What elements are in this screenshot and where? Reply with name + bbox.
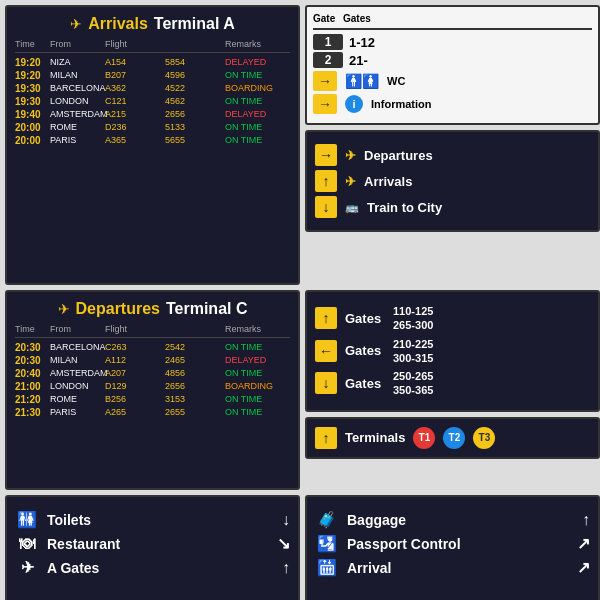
gate-num-1: 1 (313, 34, 343, 50)
baggage-arrow: ↑ (582, 511, 590, 529)
dep-col-flight: Flight (105, 324, 165, 334)
dir-departures: → ✈ Departures (315, 144, 590, 166)
gates-row-2: ← Gates 210-225300-315 (315, 337, 590, 366)
info-icon: i (345, 95, 363, 113)
table-row: 20:30 MILAN A112 2465 DELAYED (15, 354, 290, 367)
dir-train: ↓ 🚌 Train to City (315, 196, 590, 218)
col-flight2 (165, 39, 225, 49)
arrival-arrow: ↗ (577, 558, 590, 577)
row-remarks: BOARDING (225, 83, 290, 94)
row-flight: A112 (105, 355, 165, 366)
arrivals-plane-icon: ✈ (70, 16, 82, 32)
row-time: 21:20 (15, 394, 50, 405)
gates-label-1: Gates (345, 311, 385, 326)
row-from: PARIS (50, 135, 105, 146)
sign-arrival: 🛗 Arrival ↗ (315, 558, 590, 577)
arrivals-columns: Time From Flight Remarks (15, 39, 290, 53)
row-from: PARIS (50, 407, 105, 418)
row-remarks: ON TIME (225, 70, 290, 81)
dir-arrow-dep: → (315, 144, 337, 166)
departures-title: Departures (76, 300, 160, 318)
row-remarks: ON TIME (225, 135, 290, 146)
baggage-icon: 🧳 (315, 510, 339, 529)
row-flight2: 5655 (165, 135, 225, 146)
bottom-left-panel: 🚻 Toilets ↓ 🍽 Restaurant ↘ ✈ A Gates ↑ (5, 495, 300, 600)
dep-col-time: Time (15, 324, 50, 334)
info-label: Information (371, 98, 432, 110)
restaurant-icon: 🍽 (15, 535, 39, 553)
gates-arrow-2: ← (315, 340, 337, 362)
row-time: 20:00 (15, 122, 50, 133)
row-remarks: ON TIME (225, 407, 290, 418)
gate-panel: Gate Gates 1 1-12 2 21- → 🚹🚺 WC → i Info… (305, 5, 600, 125)
row-flight2: 4596 (165, 70, 225, 81)
gates-label-2: Gates (345, 343, 385, 358)
dep-col-remarks: Remarks (225, 324, 290, 334)
table-row: 20:40 AMSTERDAM A207 4856 ON TIME (15, 367, 290, 380)
row-from: MILAN (50, 355, 105, 366)
row-remarks: BOARDING (225, 381, 290, 392)
col-remarks: Remarks (225, 39, 290, 49)
gate-row-2: 2 21- (313, 52, 592, 68)
row-flight2: 2656 (165, 381, 225, 392)
gate-col-gate: Gate (313, 13, 343, 24)
row-time: 19:40 (15, 109, 50, 120)
dep-col-flight2 (165, 324, 225, 334)
row-remarks: DELAYED (225, 355, 290, 366)
row-remarks: ON TIME (225, 122, 290, 133)
arrivals-terminal: Terminal A (154, 15, 235, 33)
row-flight: D236 (105, 122, 165, 133)
table-row: 20:30 BARCELONA C263 2542 ON TIME (15, 341, 290, 354)
dir-bus-icon: 🚌 (345, 201, 359, 214)
right-top-panel: Gate Gates 1 1-12 2 21- → 🚹🚺 WC → i Info… (305, 5, 600, 285)
row-flight2: 5854 (165, 57, 225, 68)
row-from: ROME (50, 122, 105, 133)
sign-agates: ✈ A Gates ↑ (15, 558, 290, 577)
gates-row-1: ↑ Gates 110-125265-300 (315, 304, 590, 333)
row-time: 19:20 (15, 70, 50, 81)
terminal-t2: T2 (443, 427, 465, 449)
row-from: ROME (50, 394, 105, 405)
sign-passport: 🛂 Passport Control ↗ (315, 534, 590, 553)
row-flight2: 5133 (165, 122, 225, 133)
row-from: LONDON (50, 96, 105, 107)
gate-range-1: 1-12 (343, 35, 592, 50)
main-container: ✈ Arrivals Terminal A Time From Flight R… (0, 0, 600, 600)
dir-arrow-train: ↓ (315, 196, 337, 218)
row-time: 21:00 (15, 381, 50, 392)
agates-icon: ✈ (15, 558, 39, 577)
table-row: 21:00 LONDON D129 2656 BOARDING (15, 380, 290, 393)
row-time: 19:30 (15, 96, 50, 107)
terminal-t1: T1 (413, 427, 435, 449)
col-flight: Flight (105, 39, 165, 49)
dir-plane-dep: ✈ (345, 148, 356, 163)
passport-arrow: ↗ (577, 534, 590, 553)
restaurant-arrow: ↘ (277, 534, 290, 553)
table-row: 19:20 NIZA A154 5854 DELAYED (15, 56, 290, 69)
gates-directions-panel: ↑ Gates 110-125265-300 ← Gates 210-22530… (305, 290, 600, 412)
directions-panel: → ✈ Departures ↑ ✈ Arrivals ↓ 🚌 Train to… (305, 130, 600, 232)
wc-arrow: → (313, 71, 337, 91)
departures-rows: 20:30 BARCELONA C263 2542 ON TIME 20:30 … (15, 341, 290, 419)
gates-range-1: 110-125265-300 (393, 304, 433, 333)
arrivals-rows: 19:20 NIZA A154 5854 DELAYED 19:20 MILAN… (15, 56, 290, 147)
gates-row-3: ↓ Gates 250-265350-365 (315, 369, 590, 398)
table-row: 21:30 PARIS A265 2655 ON TIME (15, 406, 290, 419)
table-row: 21:20 ROME B256 3153 ON TIME (15, 393, 290, 406)
row-from: MILAN (50, 70, 105, 81)
toilets-arrow: ↓ (282, 511, 290, 529)
row-flight2: 4562 (165, 96, 225, 107)
table-row: 20:00 PARIS A365 5655 ON TIME (15, 134, 290, 147)
dir-arrivals: ↑ ✈ Arrivals (315, 170, 590, 192)
departures-board: ✈ Departures Terminal C Time From Flight… (5, 290, 300, 490)
row-remarks: DELAYED (225, 57, 290, 68)
terminals-label: Terminals (345, 430, 405, 445)
row-flight: C121 (105, 96, 165, 107)
dir-label-dep: Departures (364, 148, 433, 163)
arrivals-board: ✈ Arrivals Terminal A Time From Flight R… (5, 5, 300, 285)
departures-terminal: Terminal C (166, 300, 248, 318)
gate-num-2: 2 (313, 52, 343, 68)
dir-label-train: Train to City (367, 200, 442, 215)
row-time: 20:00 (15, 135, 50, 146)
arrival-label: Arrival (347, 560, 569, 576)
